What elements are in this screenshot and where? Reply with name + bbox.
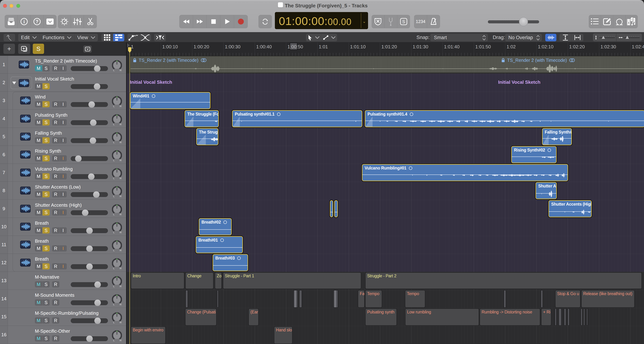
svg-text:R: R: [120, 285, 122, 288]
svg-text:S: S: [402, 19, 405, 24]
svg-text:L: L: [113, 285, 114, 288]
svg-text:1234: 1234: [416, 19, 425, 24]
svg-text:i: i: [24, 19, 25, 24]
svg-text:?: ?: [36, 19, 38, 24]
svg-text:R: R: [120, 303, 122, 306]
svg-text:R: R: [120, 321, 122, 324]
svg-text:R: R: [120, 69, 122, 72]
svg-text:L: L: [113, 69, 114, 72]
svg-text:R: R: [120, 339, 122, 342]
svg-text:L: L: [113, 303, 114, 306]
svg-text:L: L: [113, 339, 114, 342]
svg-text:L: L: [113, 321, 114, 324]
